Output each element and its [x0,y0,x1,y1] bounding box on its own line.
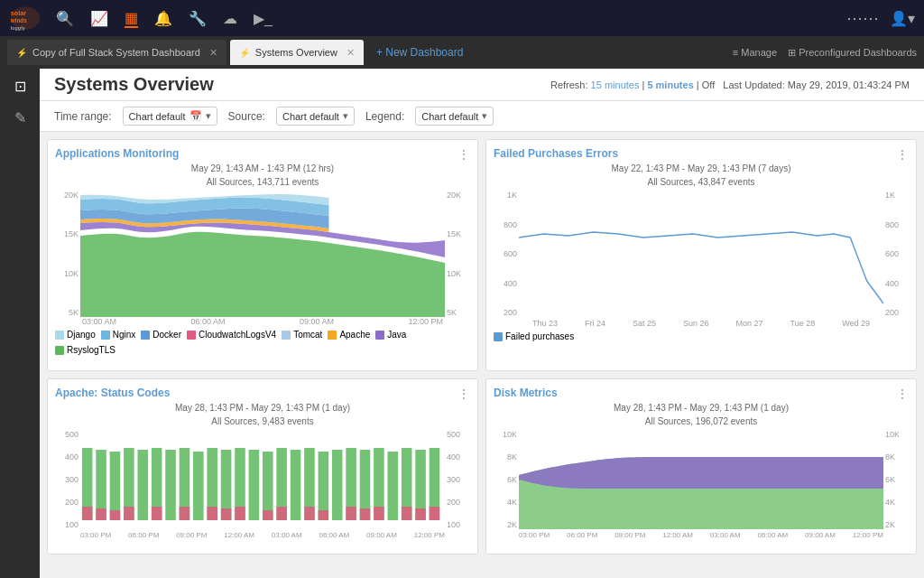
solarwinds-logo: solar winds loggly [9,5,42,32]
sidebar-expand-icon[interactable]: ⊡ [14,78,26,95]
logo: solar winds loggly [9,5,42,32]
controls-bar: Time range: Chart default 📅 ▾ Source: Ch… [40,101,924,132]
svg-text:loggly: loggly [11,25,25,31]
disk-metrics-chart: 10K8K6K4K2K 10K8K6K4K2K [494,430,909,529]
tab-close-1[interactable]: ✕ [209,47,217,59]
legend-django: Django [55,330,96,340]
svg-rect-9 [110,510,121,520]
tab-label-2: Systems Overview [255,47,337,58]
failed-purchases-y-left: 1K800600400200 [494,191,519,317]
legend-label-rsyslog: RsyslogTLS [67,345,116,355]
legend-rsyslog: RsyslogTLS [55,345,116,355]
manage-button[interactable]: ≡ Manage [733,47,777,58]
failed-purchases-legend: Failed purchases [494,331,909,341]
legend-color-django [55,331,64,340]
disk-metrics-menu[interactable]: ⋮ [896,387,909,401]
refresh-sep2: | [697,79,699,90]
apache-status-title: Apache: Status Codes [55,387,170,399]
app-monitoring-title: Applications Monitoring [55,147,179,160]
apache-status-svg [80,430,445,529]
tab-label-1: Copy of Full Stack System Dashboard [32,47,200,58]
apache-status-subtitle2: All Sources, 9,483 events [55,416,470,426]
legend-label-apache: Apache [339,330,370,340]
legend-cloudwatch: CloudwatchLogsV4 [187,330,276,340]
failed-purchases-svg [519,191,883,317]
legend-select[interactable]: Chart default ▾ [415,107,494,126]
legend-color-failed [494,332,503,341]
new-dashboard-tab[interactable]: + New Dashboard [367,42,472,62]
nav-right: ⋯⋯ 👤▾ [846,8,915,28]
legend-label: Legend: [365,110,404,123]
bell-nav-icon[interactable]: 🔔 [154,10,172,27]
legend-tomcat: Tomcat [282,330,322,340]
refresh-label: Refresh: [550,79,588,90]
tab-close-2[interactable]: ✕ [346,47,355,59]
applications-monitoring-panel: Applications Monitoring ⋮ May 29, 1:43 A… [47,139,478,371]
tab-bar: ⚡ Copy of Full Stack System Dashboard ✕ … [0,36,924,69]
svg-rect-24 [235,507,245,520]
svg-rect-12 [137,450,148,520]
svg-rect-7 [96,508,106,520]
terminal-nav-icon[interactable]: ▶_ [254,10,273,27]
failed-purchases-menu[interactable]: ⋮ [896,147,909,162]
legend-arrow: ▾ [482,110,487,122]
wrench-nav-icon[interactable]: 🔧 [189,10,207,27]
failed-purchases-chart: 1K800600400200 1K800600400200 [494,191,909,317]
apache-status-subtitle1: May 28, 1:43 PM - May 29, 1:43 PM (1 day… [55,403,470,413]
source-label: Source: [228,110,265,123]
content-area: Systems Overview Refresh: 15 minutes | 5… [40,69,924,578]
apache-status-menu[interactable]: ⋮ [457,387,470,401]
legend-color-apache [328,331,337,340]
user-menu-icon[interactable]: 👤▾ [890,10,915,27]
apache-status-x-labels: 03:00 PM06:00 PM09:00 PM12:00 AM03:00 AM… [55,531,470,539]
app-monitoring-menu[interactable]: ⋮ [457,147,470,162]
chart-nav-icon[interactable]: 📈 [90,10,108,27]
time-range-value: Chart default [129,111,186,122]
search-nav-icon[interactable]: 🔍 [56,10,74,27]
last-updated: Last Updated: May 29, 2019, 01:43:24 PM [723,79,910,90]
svg-rect-44 [402,507,412,520]
svg-rect-35 [332,450,343,520]
tab-systems-overview[interactable]: ⚡ Systems Overview ✕ [230,40,364,65]
legend-color-tomcat [282,331,291,340]
apps-grid-icon[interactable]: ⋯⋯ [846,8,879,28]
preconfigured-icon: ⊞ [788,47,799,58]
svg-rect-34 [319,510,329,520]
app-monitoring-header: Applications Monitoring ⋮ [55,147,470,163]
apache-status-y-left: 500400300200100 [55,430,80,529]
disk-metrics-header: Disk Metrics ⋮ [494,387,909,403]
refresh-15min[interactable]: 15 minutes [591,79,640,90]
svg-rect-41 [374,507,384,520]
legend-label-tomcat: Tomcat [293,330,322,340]
svg-rect-27 [263,510,273,520]
time-range-label: Time range: [54,110,112,123]
legend-nginx: Nginx [101,330,136,340]
grid-nav-icon[interactable]: ▦ [125,9,138,28]
svg-rect-32 [304,507,315,520]
sidebar: ⊡ ✎ [0,69,40,578]
tab-icon-2: ⚡ [239,48,250,58]
refresh-off[interactable]: Off [702,79,715,90]
svg-rect-11 [124,507,134,520]
time-range-select[interactable]: Chart default 📅 ▾ [123,107,217,126]
app-monitoring-svg [80,191,445,317]
dashboard-grid: Applications Monitoring ⋮ May 29, 1:43 A… [40,132,924,562]
refresh-5min[interactable]: 5 minutes [647,79,693,90]
preconfigured-button[interactable]: ⊞ Preconfigured Dashboards [788,47,917,59]
cloud-nav-icon[interactable]: ☁ [223,10,237,27]
svg-rect-46 [415,508,426,520]
svg-rect-17 [180,507,190,520]
tab-bar-actions: ≡ Manage ⊞ Preconfigured Dashboards [733,47,917,59]
tab-copy-dashboard[interactable]: ⚡ Copy of Full Stack System Dashboard ✕ [7,40,226,65]
app-monitoring-subtitle1: May 29, 1:43 AM - 1:43 PM (12 hrs) [55,163,470,173]
svg-rect-39 [360,508,371,520]
app-monitoring-y-right: 20K15K10K5K [445,191,470,317]
sidebar-edit-icon[interactable]: ✎ [14,109,26,126]
svg-rect-14 [152,507,162,520]
svg-text:winds: winds [10,17,27,23]
disk-metrics-panel: Disk Metrics ⋮ May 28, 1:43 PM - May 29,… [485,378,917,555]
source-select[interactable]: Chart default ▾ [276,107,355,126]
manage-label: Manage [741,47,777,58]
svg-rect-33 [319,452,329,520]
disk-metrics-subtitle2: All Sources, 196,072 events [494,416,909,426]
